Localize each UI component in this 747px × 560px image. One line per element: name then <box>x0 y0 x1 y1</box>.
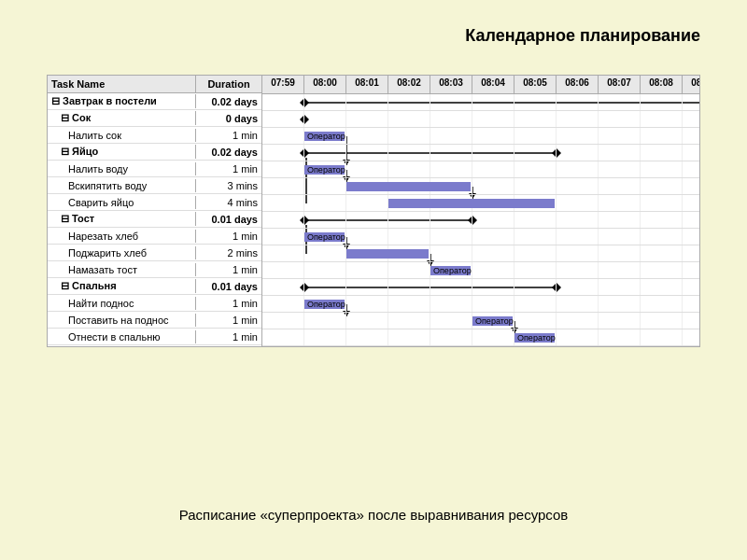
task-duration-cell: 2 mins <box>196 246 261 259</box>
task-name-cell: Вскипятить воду <box>48 179 196 192</box>
time-cell: 08:07 <box>599 76 641 93</box>
task-duration-cell: 0.02 days <box>196 146 261 159</box>
chart-row: Оператор <box>262 296 699 313</box>
task-duration-cell: 0 days <box>196 112 261 125</box>
task-duration-cell: 1 min <box>196 230 261 243</box>
task-row: Найти поднос1 min <box>48 295 261 312</box>
task-name-cell: ⊟ Тост <box>48 212 196 226</box>
task-row: Отнести в спальню1 min <box>48 329 261 345</box>
task-duration-cell: 1 min <box>196 129 261 142</box>
task-duration-cell: 0.01 days <box>196 280 261 293</box>
task-row: ⊟ Тост0.01 days <box>48 211 261 228</box>
chart-row: Оператор <box>262 313 699 329</box>
task-row: Намазать тост1 min <box>48 261 261 278</box>
task-name-cell: Налить воду <box>48 162 196 175</box>
chart-row <box>262 245 699 262</box>
task-row: ⊟ Сок0 days <box>48 110 261 127</box>
task-row: Налить сок1 min <box>48 127 261 144</box>
task-name-cell: Поджарить хлеб <box>48 246 196 259</box>
task-row: Налить воду1 min <box>48 161 261 177</box>
task-duration-cell: 0.02 days <box>196 95 261 108</box>
time-cell: 08:09 <box>683 76 699 93</box>
task-duration-cell: 1 min <box>196 330 261 343</box>
gantt-bar: Оператор <box>430 266 471 275</box>
gantt-bar: Оператор <box>304 165 345 175</box>
time-cell: 08:06 <box>557 76 599 93</box>
gantt-bar-label: Оператор <box>307 232 345 242</box>
gantt-bar: Оператор <box>304 300 345 309</box>
task-duration-cell: 1 min <box>196 314 261 327</box>
task-name-cell: Намазать тост <box>48 263 196 276</box>
chart-row <box>262 94 699 111</box>
task-row: ⊟ Завтрак в постели0.02 days <box>48 93 261 110</box>
chart-row: Оператор <box>262 329 699 346</box>
gantt-bar-label: Оператор <box>517 333 556 343</box>
task-duration-cell: 1 min <box>196 162 261 175</box>
task-header: Task Name Duration <box>48 76 261 93</box>
header-duration: Duration <box>196 76 261 92</box>
gantt-bar <box>346 182 471 191</box>
gantt-table: Task Name Duration ⊟ Завтрак в постели0.… <box>48 76 699 346</box>
task-name-cell: ⊟ Сок <box>48 111 196 125</box>
chart-row <box>262 279 699 296</box>
chart-row: Оператор <box>262 161 699 178</box>
task-name-cell: ⊟ Яйцо <box>48 145 196 159</box>
task-row: ⊟ Спальня0.01 days <box>48 278 261 295</box>
gantt-bar <box>346 249 429 259</box>
chart-row <box>262 111 699 128</box>
time-cell: 07:59 <box>262 76 304 93</box>
gantt-bar-label: Оператор <box>307 132 345 141</box>
task-duration-cell: 3 mins <box>196 179 261 192</box>
task-name-cell: Нарезать хлеб <box>48 230 196 243</box>
task-name-cell: Отнести в спальню <box>48 330 196 343</box>
header-task-name: Task Name <box>48 76 196 92</box>
task-name-cell: Налить сок <box>48 129 196 142</box>
task-duration-cell: 1 min <box>196 263 261 276</box>
chart-row: Оператор <box>262 128 699 145</box>
chart-row <box>262 178 699 195</box>
gantt-bar-label: Оператор <box>475 316 514 326</box>
time-cell: 08:03 <box>430 76 472 93</box>
task-name-cell: ⊟ Завтрак в постели <box>48 94 196 108</box>
page-title: Календарное планирование <box>465 26 700 46</box>
gantt-bar: Оператор <box>514 333 555 343</box>
task-name-cell: ⊟ Спальня <box>48 279 196 293</box>
time-header: 07:5908:0008:0108:0208:0308:0408:0508:06… <box>262 76 699 94</box>
time-cell: 08:00 <box>304 76 346 93</box>
chart-row <box>262 212 699 229</box>
task-row: Сварить яйцо4 mins <box>48 194 261 211</box>
time-cell: 08:02 <box>388 76 430 93</box>
task-row: ⊟ Яйцо0.02 days <box>48 144 261 161</box>
task-name-cell: Сварить яйцо <box>48 196 196 209</box>
time-cell: 08:08 <box>641 76 683 93</box>
gantt-bar: Оператор <box>472 316 513 326</box>
task-duration-cell: 1 min <box>196 297 261 310</box>
task-row: Вскипятить воду3 mins <box>48 177 261 194</box>
gantt-bar-label: Оператор <box>433 266 472 275</box>
time-cell: 08:01 <box>346 76 388 93</box>
task-duration-cell: 0.01 days <box>196 213 261 226</box>
task-name-cell: Поставить на поднос <box>48 314 196 327</box>
chart-row: Оператор <box>262 229 699 245</box>
task-duration-cell: 4 mins <box>196 196 261 209</box>
time-cell: 08:04 <box>472 76 514 93</box>
time-cell: 08:05 <box>514 76 557 93</box>
gantt-bar: Оператор <box>304 232 345 242</box>
chart-panel: 07:5908:0008:0108:0208:0308:0408:0508:06… <box>262 76 699 346</box>
task-row: Поджарить хлеб2 mins <box>48 245 261 261</box>
chart-row: Оператор <box>262 262 699 279</box>
task-panel: Task Name Duration ⊟ Завтрак в постели0.… <box>48 76 262 346</box>
gantt-bar <box>388 199 555 208</box>
gantt-bar-label: Оператор <box>307 165 345 175</box>
task-row: Поставить на поднос1 min <box>48 312 261 329</box>
task-name-cell: Найти поднос <box>48 297 196 310</box>
gantt-bar: Оператор <box>304 132 345 141</box>
gantt-chart: Task Name Duration ⊟ Завтрак в постели0.… <box>47 75 700 347</box>
task-row: Нарезать хлеб1 min <box>48 228 261 245</box>
chart-row <box>262 145 699 161</box>
chart-row <box>262 195 699 212</box>
gantt-bar-label: Оператор <box>307 300 345 309</box>
caption: Расписание «суперпроекта» после выравнив… <box>0 507 747 523</box>
